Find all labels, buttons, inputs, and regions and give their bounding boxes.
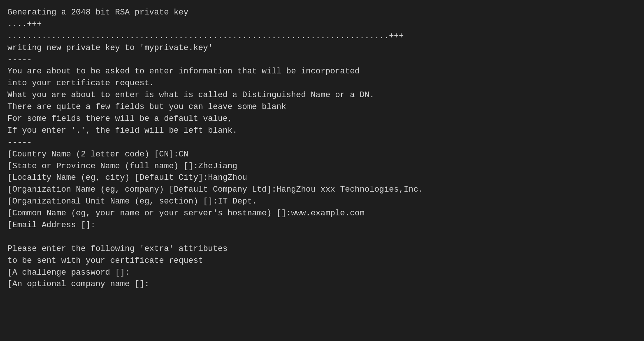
terminal-output: Generating a 2048 bit RSA private key ..… (7, 7, 637, 290)
